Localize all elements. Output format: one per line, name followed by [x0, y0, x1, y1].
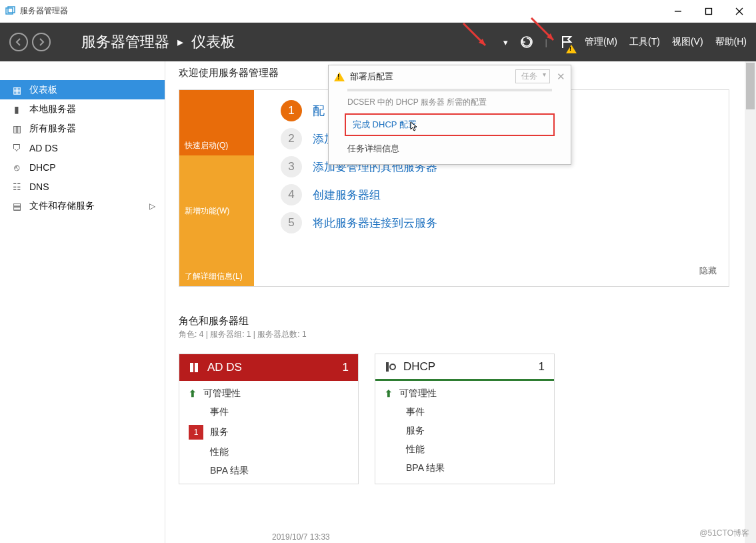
- role-line-label: BPA 结果: [406, 462, 445, 474]
- role-line-label: 服务: [210, 426, 229, 438]
- role-count: 1: [343, 361, 349, 374]
- notification-close-button[interactable]: ✕: [557, 71, 565, 83]
- role-manageability[interactable]: ⬆ 可管理性: [189, 388, 349, 400]
- tile-column: 快速启动(Q) 新增功能(W) 了解详细信息(L): [179, 90, 254, 286]
- role-bpa[interactable]: BPA 结果: [385, 462, 545, 474]
- role-services[interactable]: 服务: [385, 425, 545, 437]
- sidebar-item-dashboard[interactable]: ▦ 仪表板: [0, 80, 165, 99]
- sidebar-item-label: DHCP: [29, 162, 56, 173]
- app-header: 服务器管理器 ▸ 仪表板 ▾ | 管理(M) 工具(T) 视图(V) 帮助(H): [0, 23, 756, 61]
- complete-dhcp-config-link[interactable]: 完成 DHCP 配置: [345, 113, 555, 136]
- sidebar-item-label: DNS: [29, 181, 49, 192]
- role-card-adds[interactable]: AD DS 1 ⬆ 可管理性 事件 1 服务: [179, 354, 359, 484]
- role-title: AD DS: [207, 361, 242, 374]
- notifications-flag-icon[interactable]: [559, 35, 573, 49]
- role-card-dhcp[interactable]: DHCP 1 ⬆ 可管理性 事件 服务: [375, 354, 555, 484]
- minimize-button[interactable]: [663, 0, 693, 23]
- tasks-dropdown-button[interactable]: 任务: [515, 69, 550, 83]
- server-icon: ▮: [11, 104, 23, 115]
- app-icon: [5, 6, 16, 17]
- menu-view[interactable]: 视图(V): [672, 36, 703, 48]
- role-body: ⬆ 可管理性 事件 1 服务 性能: [179, 381, 358, 484]
- close-button[interactable]: [724, 0, 755, 23]
- role-line-label: 可管理性: [203, 388, 241, 400]
- role-performance[interactable]: 性能: [385, 444, 545, 456]
- notification-title: 部署后配置: [350, 71, 393, 83]
- watermark: @51CTO博客: [699, 528, 749, 539]
- tile-quick-start[interactable]: 快速启动(Q): [179, 90, 254, 155]
- role-events[interactable]: 事件: [385, 406, 545, 418]
- role-events[interactable]: 事件: [189, 406, 349, 418]
- tile-whats-new[interactable]: 新增功能(W): [179, 155, 254, 221]
- menu-tools[interactable]: 工具(T): [629, 36, 660, 48]
- maximize-button[interactable]: [693, 0, 724, 23]
- role-performance[interactable]: 性能: [189, 446, 349, 458]
- cursor-icon: [407, 121, 418, 137]
- annotation-arrow-icon: [460, 20, 493, 53]
- svg-rect-3: [706, 8, 712, 14]
- step-create-group[interactable]: 4 创建服务器组: [281, 181, 729, 209]
- step-number: 4: [281, 184, 302, 205]
- step-number: 5: [281, 212, 302, 233]
- chevron-right-icon: ▸: [177, 35, 183, 49]
- svg-rect-10: [386, 362, 389, 372]
- role-line-label: 可管理性: [399, 388, 437, 400]
- sidebar-item-all-servers[interactable]: ▥ 所有服务器: [0, 119, 165, 138]
- step-link: 将此服务器连接到云服务: [313, 215, 437, 231]
- breadcrumb: 服务器管理器 ▸ 仪表板: [81, 32, 235, 52]
- tile-learn-more[interactable]: 了解详细信息(L): [179, 221, 254, 286]
- tile-label: 了解详细信息(L): [185, 271, 243, 282]
- storage-icon: ▤: [11, 201, 23, 211]
- breadcrumb-current: 仪表板: [191, 32, 235, 52]
- role-count: 1: [539, 360, 545, 374]
- task-details-link[interactable]: 任务详细信息: [329, 140, 571, 164]
- chevron-right-icon: ▷: [149, 201, 155, 211]
- sidebar-item-label: 本地服务器: [29, 103, 76, 115]
- role-line-label: 服务: [406, 425, 425, 437]
- role-services[interactable]: 1 服务: [189, 425, 349, 440]
- role-manageability[interactable]: ⬆ 可管理性: [385, 388, 545, 400]
- timestamp: 2019/10/7 13:33: [272, 532, 330, 542]
- menu-help[interactable]: 帮助(H): [715, 36, 747, 48]
- role-line-label: 事件: [210, 406, 229, 418]
- sidebar-item-label: 仪表板: [29, 84, 57, 96]
- dhcp-icon: ⎋: [11, 162, 23, 173]
- window-title: 服务器管理器: [20, 5, 68, 17]
- dns-icon: ☷: [11, 181, 23, 192]
- step-link: 配: [313, 103, 325, 119]
- svg-rect-9: [195, 363, 198, 372]
- scrollbar[interactable]: [745, 61, 756, 543]
- sidebar-item-adds[interactable]: ⛉ AD DS: [0, 138, 165, 157]
- adds-icon: [189, 362, 201, 374]
- step-connect-cloud[interactable]: 5 将此服务器连接到云服务: [281, 209, 729, 237]
- sidebar-item-storage[interactable]: ▤ 文件和存储服务 ▷: [0, 196, 165, 215]
- breadcrumb-root[interactable]: 服务器管理器: [81, 32, 169, 52]
- role-title: DHCP: [403, 360, 435, 374]
- hide-link[interactable]: 隐藏: [699, 265, 717, 277]
- nav-forward-button[interactable]: [32, 33, 51, 51]
- welcome-heading: 欢迎使用服务器管理器: [179, 67, 279, 79]
- role-bpa[interactable]: BPA 结果: [189, 465, 349, 477]
- warning-icon: [334, 72, 345, 81]
- notification-description: DCSER 中的 DHCP 服务器 所需的配置: [329, 97, 571, 113]
- sidebar-item-dhcp[interactable]: ⎋ DHCP: [0, 157, 165, 177]
- up-arrow-icon: ⬆: [189, 388, 197, 399]
- annotation-arrow-icon: [528, 15, 561, 48]
- notification-popup: 部署后配置 任务 ✕ DCSER 中的 DHCP 服务器 所需的配置 完成 DH…: [328, 65, 571, 165]
- dhcp-icon: [385, 361, 397, 373]
- role-header: AD DS 1: [179, 354, 358, 381]
- role-header: DHCP 1: [375, 354, 554, 381]
- svg-rect-8: [190, 363, 193, 372]
- header-dropdown-icon[interactable]: ▾: [503, 37, 508, 47]
- step-number: 1: [281, 100, 302, 121]
- sidebar-item-label: AD DS: [29, 143, 58, 153]
- progress-bar: [347, 89, 552, 91]
- menu-manage[interactable]: 管理(M): [585, 36, 617, 48]
- sidebar-item-local-server[interactable]: ▮ 本地服务器: [0, 99, 165, 119]
- dashboard-icon: ▦: [11, 85, 23, 95]
- notification-header: 部署后配置 任务 ✕: [329, 65, 571, 87]
- sidebar-item-dns[interactable]: ☷ DNS: [0, 177, 165, 196]
- svg-point-11: [390, 364, 395, 370]
- sidebar-item-label: 文件和存储服务: [29, 200, 95, 212]
- nav-back-button[interactable]: [9, 33, 28, 51]
